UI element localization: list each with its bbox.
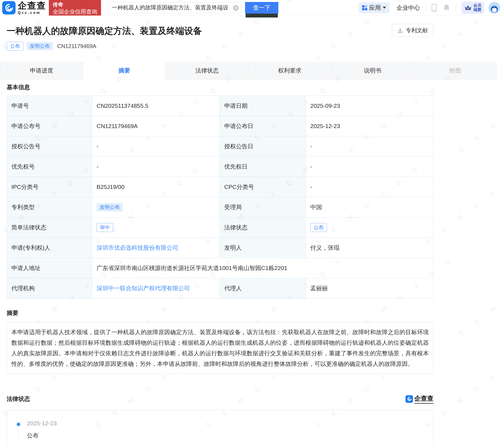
brand-name: 企查查 xyxy=(18,1,46,10)
enterprise-center-link[interactable]: 企业中心 xyxy=(397,4,420,12)
type-tag-invention-publication: 发明公布 xyxy=(27,42,53,50)
qcc-logo-icon xyxy=(2,1,16,14)
search-input-wrapper: ✕ xyxy=(108,2,241,13)
apps-menu-label: 应用 xyxy=(369,4,381,12)
agency-cell: 深圳中一联合知识产权代理有限公司 xyxy=(92,278,220,299)
abstract-text: 本申请适用于机器人技术领域，提供了一种机器人的故障原因确定方法、装置及终端设备，… xyxy=(7,322,434,374)
patent-type-tag: 发明公布 xyxy=(97,203,123,211)
vip-renewal-button[interactable]: 会员 续费 xyxy=(462,2,484,14)
mobile-app-icon[interactable] xyxy=(431,4,437,12)
patent-document-download-button[interactable]: 专利文献 xyxy=(392,24,433,37)
priority-date-value: - xyxy=(306,157,434,177)
simple-legal-status-label: 简单法律状态 xyxy=(7,218,92,238)
publication-date-value: 2025-12-23 xyxy=(306,116,434,136)
applicant-cell: 深圳市优必选科技股份有限公司 xyxy=(92,238,220,258)
table-row: 代理机构 深圳中一联合知识产权代理有限公司 代理人 孟丽丽 xyxy=(7,278,434,299)
clear-search-icon[interactable]: ✕ xyxy=(233,5,239,11)
applicant-address-value: 广东省深圳市南山区桃源街道长源社区学苑大道1001号南山智园C1栋2201 xyxy=(92,258,434,278)
apps-menu-button[interactable]: 应用 xyxy=(359,2,389,13)
ipc-class-value: B25J19/00 xyxy=(92,177,220,197)
office-label: 受理局 xyxy=(220,197,306,218)
table-row: 优先权号 - 优先权日 - xyxy=(7,157,434,177)
office-value: 中国 xyxy=(306,197,434,218)
tab-figures: 附图 xyxy=(414,62,497,79)
priority-no-value: - xyxy=(92,157,220,177)
application-no-value: CN202511374855.5 xyxy=(92,96,220,116)
agent-value: 孟丽丽 xyxy=(306,278,434,299)
patent-detail-page: 企查查 Qcc.com 传奇 全国企业信用查询 ✕ 查一下 xyxy=(0,0,504,445)
search-input[interactable] xyxy=(108,2,241,13)
table-row: 申请号 CN202511374855.5 申请日期 2025-09-23 xyxy=(7,96,434,116)
simple-legal-status-cell: 审中 xyxy=(92,218,220,238)
table-row: 申请公布号 CN121179469A 申请公布日 2025-12-23 xyxy=(7,116,434,136)
apps-grid-icon xyxy=(362,5,367,10)
top-header: 企查查 Qcc.com 传奇 全国企业信用查询 ✕ 查一下 xyxy=(0,0,504,16)
legal-status-label: 法律状态 xyxy=(220,218,306,238)
patent-type-cell: 发明公布 xyxy=(92,197,220,218)
brand-domain: Qcc.com xyxy=(18,11,46,14)
cpc-class-label: CPC分类号 xyxy=(220,177,306,197)
tab-abstract[interactable]: 摘要 xyxy=(83,62,166,79)
tab-application-progress[interactable]: 申请进度 xyxy=(0,62,83,79)
timeline-line xyxy=(18,428,19,445)
qcc-mini-icon xyxy=(405,395,413,403)
grant-no-value: - xyxy=(92,136,220,157)
patent-tag-row: 公布 发明公布 CN121179469A xyxy=(7,42,433,51)
crown-icon xyxy=(464,4,472,11)
search-button-wrap: 查一下 xyxy=(245,2,278,14)
agency-label: 代理机构 xyxy=(7,278,92,299)
patent-title: 一种机器人的故障原因确定方法、装置及终端设备 xyxy=(7,25,433,37)
cpc-class-value: - xyxy=(306,177,434,197)
basic-info-table: 申请号 CN202511374855.5 申请日期 2025-09-23 申请公… xyxy=(7,96,434,299)
abstract-heading: 摘要 xyxy=(7,309,497,317)
application-no-label: 申请号 xyxy=(7,96,92,116)
grant-date-value: - xyxy=(306,136,434,157)
basic-info-heading: 基本信息 xyxy=(7,83,497,91)
header-search: ✕ 查一下 xyxy=(108,2,278,14)
table-row: 简单法律状态 审中 法律状态 公布 xyxy=(7,218,434,238)
qcc-logo[interactable]: 企查查 Qcc.com xyxy=(2,1,46,14)
legal-status-tag: 公布 xyxy=(310,223,327,232)
tab-description[interactable]: 说明书 xyxy=(331,62,414,79)
legal-status-timeline: 2025-12-23 公布 xyxy=(7,410,434,445)
timeline-dot-icon xyxy=(17,423,20,426)
download-button-label: 专利文献 xyxy=(406,27,428,34)
user-avatar[interactable] xyxy=(488,2,500,14)
detail-tabs: 申请进度 摘要 法律状态 权利要求 说明书 附图 xyxy=(0,62,497,79)
legal-status-cell: 公布 xyxy=(306,218,434,238)
promo-title: 传奇 xyxy=(53,1,97,8)
vip-label: 会员 续费 xyxy=(473,3,481,12)
search-button[interactable]: 查一下 xyxy=(245,2,278,14)
publication-no-value: CN121179469A xyxy=(92,116,220,136)
qcc-watermark-logo: 企查查 xyxy=(405,394,434,404)
application-date-label: 申请日期 xyxy=(220,96,306,116)
agency-company-link[interactable]: 深圳中一联合知识产权代理有限公司 xyxy=(97,285,190,291)
priority-date-label: 优先权日 xyxy=(220,157,306,177)
patent-title-section: 一种机器人的故障原因确定方法、装置及终端设备 公布 发明公布 CN1211794… xyxy=(0,16,433,62)
tab-legal-status[interactable]: 法律状态 xyxy=(166,62,248,79)
timeline-event-date: 2025-12-23 xyxy=(27,420,57,427)
table-row: 申请(专利权)人 深圳市优必选科技股份有限公司 发明人 付义，张琨 xyxy=(7,238,434,258)
grant-date-label: 授权公告日 xyxy=(220,136,306,157)
applicant-label: 申请(专利权)人 xyxy=(7,238,92,258)
search-dropdown-edge xyxy=(246,14,278,18)
qcc-mini-brand-text: 企查查 xyxy=(414,394,434,404)
publication-no-label: 申请公布号 xyxy=(7,116,92,136)
chevron-down-icon xyxy=(383,7,386,9)
table-row: 专利类型 发明公布 受理局 中国 xyxy=(7,197,434,218)
grant-no-label: 授权公告号 xyxy=(7,136,92,157)
inventor-value: 付义，张琨 xyxy=(306,238,434,258)
legal-status-heading: 法律状态 xyxy=(7,395,30,403)
divider xyxy=(425,4,426,11)
priority-no-label: 优先权号 xyxy=(7,157,92,177)
applicant-address-label: 申请人地址 xyxy=(7,258,92,278)
publication-number: CN121179469A xyxy=(57,43,96,49)
applicant-company-link[interactable]: 深圳市优必选科技股份有限公司 xyxy=(97,244,178,251)
notifications-bell-icon[interactable] xyxy=(443,4,450,12)
tab-claims[interactable]: 权利要求 xyxy=(249,62,331,79)
ipc-class-label: IPC分类号 xyxy=(7,177,92,197)
table-row: 授权公告号 - 授权公告日 - xyxy=(7,136,434,157)
divider xyxy=(456,4,456,11)
promo-subtitle: 全国企业信用查询 xyxy=(53,8,97,15)
header-right-nav: 应用 企业中心 xyxy=(359,2,502,14)
